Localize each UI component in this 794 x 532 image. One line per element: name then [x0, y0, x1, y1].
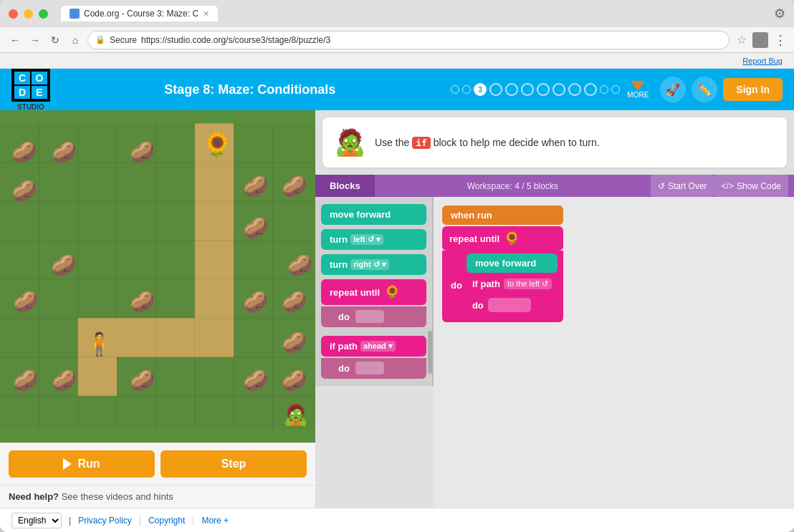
potato-18: 🥔	[243, 368, 269, 393]
block-repeat-until[interactable]: repeat until 🌻	[321, 279, 426, 305]
turn-left-dropdown[interactable]: left ↺ ▾	[350, 234, 383, 245]
dot-9[interactable]	[568, 83, 581, 96]
cdo-logo: C O D E	[11, 69, 50, 102]
repeat-do-block: do	[321, 306, 426, 327]
language-select[interactable]: English	[11, 513, 62, 528]
ws-repeat-body: do move forward if path to the	[442, 251, 563, 322]
ws-if-path-dropdown[interactable]: to the left ↺	[504, 279, 552, 289]
if-do-slot	[355, 362, 384, 374]
instruction-text: Use the if block to help me decide when …	[375, 135, 600, 150]
dot-4[interactable]	[489, 83, 502, 96]
cdo-logo-wrap[interactable]: C O D E STUDIO	[11, 69, 50, 111]
if-badge: if	[412, 137, 431, 149]
ws-if-do-row: do	[467, 295, 558, 316]
step-button[interactable]: Step	[161, 450, 307, 478]
menu-icon[interactable]: ⋮	[774, 32, 787, 48]
svg-rect-18	[195, 241, 234, 279]
scroll-indicator[interactable]	[428, 331, 432, 374]
start-over-button[interactable]: ↺ Start Over	[651, 175, 714, 197]
block-turn-left[interactable]: turn left ↺ ▾	[321, 229, 426, 250]
new-tab-icon[interactable]: ⚙	[774, 6, 785, 21]
copyright-link[interactable]: Copyright	[148, 516, 185, 526]
show-code-icon: </>	[722, 181, 734, 191]
block-turn-label-2: turn	[330, 259, 348, 270]
zombie-enemy: 🧟	[283, 402, 309, 427]
more-triangle-icon	[631, 81, 645, 91]
forward-button[interactable]: →	[27, 32, 43, 48]
signin-button[interactable]: Sign In	[723, 78, 783, 101]
footer: English | Privacy Policy | Copyright | M…	[0, 508, 794, 532]
ws-if-path[interactable]: if path to the left ↺	[467, 275, 558, 293]
studio-label: STUDIO	[17, 103, 44, 111]
secure-icon: 🔒	[95, 35, 105, 44]
dot-11[interactable]	[600, 85, 608, 94]
block-move-forward[interactable]: move forward	[321, 204, 426, 225]
ws-block-group: when run repeat until 🌻 do	[442, 205, 563, 322]
block-move-forward-label: move forward	[330, 209, 391, 220]
bookmark-icon[interactable]: ☆	[737, 33, 747, 47]
dot-8[interactable]	[553, 83, 565, 96]
block-if-path[interactable]: if path ahead ▾	[321, 336, 426, 357]
svg-rect-24	[195, 279, 234, 318]
privacy-policy-link[interactable]: Privacy Policy	[78, 516, 132, 526]
extension-icon[interactable]	[752, 32, 768, 48]
help-bar: Need help? See these videos and hints	[0, 485, 315, 508]
address-box[interactable]: 🔒 Secure https://studio.code.org/s/cours…	[87, 31, 730, 49]
dot-10[interactable]	[584, 83, 597, 96]
dot-1[interactable]	[451, 85, 459, 94]
sunflower-target: 🌻	[202, 130, 232, 160]
potato-5: 🥔	[282, 174, 307, 199]
potato-10: 🥔	[13, 289, 39, 314]
game-canvas: 🌻 🥔 🥔 🥔 🥔 🥔 🥔 🥔 🥔 🥔 🥔 🥔 🥔 🥔 🥔	[0, 110, 315, 442]
start-over-label: Start Over	[668, 181, 707, 191]
show-code-button[interactable]: </> Show Code	[714, 175, 788, 197]
instruction-after: block to help me decide when to turn.	[434, 137, 600, 148]
tab-close-icon[interactable]: ✕	[203, 9, 209, 19]
ws-repeat-until[interactable]: repeat until 🌻	[442, 226, 563, 251]
potato-8: 🥔	[287, 253, 313, 278]
dot-5[interactable]	[505, 83, 518, 96]
dot-2[interactable]	[462, 85, 471, 94]
game-controls: Run Step	[0, 442, 315, 485]
workspace-canvas[interactable]: when run repeat until 🌻 do	[434, 197, 794, 508]
ws-repeat-sunflower: 🌻	[504, 231, 520, 246]
dot-12[interactable]	[611, 85, 620, 94]
minimize-button[interactable]	[24, 9, 33, 19]
dot-3[interactable]: 3	[474, 83, 487, 96]
potato-9: 🥔	[51, 253, 77, 278]
footer-more-link[interactable]: More +	[201, 516, 229, 526]
potato-2: 🥔	[52, 140, 77, 165]
dot-6[interactable]	[521, 83, 534, 96]
more-button[interactable]: MORE	[627, 81, 649, 99]
tab-blocks[interactable]: Blocks	[315, 175, 375, 197]
cdo-header: C O D E STUDIO Stage 8: Maze: Conditiona…	[0, 69, 794, 110]
turn-right-dropdown[interactable]: right ↺ ▾	[350, 259, 389, 270]
back-button[interactable]: ←	[7, 32, 23, 48]
show-code-label: Show Code	[737, 181, 781, 191]
close-button[interactable]	[9, 9, 18, 19]
report-bug-link[interactable]: Report Bug	[742, 57, 783, 65]
start-over-icon: ↺	[658, 181, 665, 191]
block-turn-right[interactable]: turn right ↺ ▾	[321, 254, 426, 275]
maximize-button[interactable]	[39, 9, 48, 19]
potato-4: 🥔	[243, 174, 269, 199]
dot-7[interactable]	[537, 83, 550, 96]
svg-rect-22	[156, 318, 194, 357]
ws-when-run[interactable]: when run	[442, 205, 563, 225]
if-path-dropdown[interactable]: ahead ▾	[360, 341, 396, 352]
help-text: See these videos and hints	[62, 491, 173, 502]
home-button[interactable]: ⌂	[67, 32, 83, 48]
repeat-until-label: repeat until	[330, 287, 380, 298]
potato-11: 🥔	[130, 289, 156, 314]
browser-tab[interactable]: Code.org - Course 3: Maze: C ✕	[61, 6, 218, 21]
toolbox: move forward turn left ↺ ▾ turn right ↺ …	[315, 197, 434, 386]
pencil-icon-button[interactable]: ✏️	[692, 77, 717, 102]
ws-do-slot	[488, 298, 531, 312]
header-icons: 🚀 ✏️ Sign In	[660, 77, 783, 102]
potato-12: 🥔	[243, 289, 269, 314]
player-character: 🧍	[85, 331, 113, 357]
rocket-icon-button[interactable]: 🚀	[660, 77, 686, 102]
ws-move-forward[interactable]: move forward	[467, 253, 558, 273]
run-button[interactable]: Run	[9, 450, 155, 478]
refresh-button[interactable]: ↻	[47, 32, 63, 48]
